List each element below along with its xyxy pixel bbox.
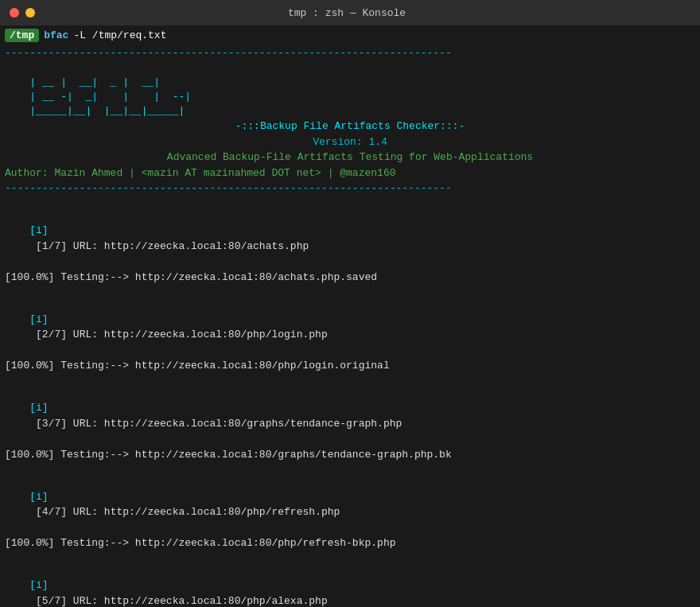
log-9: [i] [5/7] URL: http://zeecka.local:80/ph… xyxy=(5,562,695,607)
log-text-1: [1/7] URL: http://zeecka.local:80/achats… xyxy=(29,240,309,252)
tag-i-5: [i] xyxy=(29,402,48,414)
window-controls[interactable] xyxy=(10,8,35,18)
separator-bottom: ----------------------------------------… xyxy=(5,181,695,196)
tag-i-1: [i] xyxy=(29,224,48,236)
window-title: tmp : zsh — Konsole xyxy=(288,7,406,19)
tool-subtitle: -:::Backup File Artifacts Checker:::- xyxy=(5,119,695,134)
log-7: [i] [4/7] URL: http://zeecka.local:80/ph… xyxy=(5,473,695,535)
log-text-9: [5/7] URL: http://zeecka.local:80/php/al… xyxy=(29,595,327,607)
log-1: [i] [1/7] URL: http://zeecka.local:80/ac… xyxy=(5,208,695,270)
terminal-body: /tmp bfac -L /tmp/req.txt --------------… xyxy=(0,25,700,607)
prompt-args: -L /tmp/req.txt xyxy=(73,29,166,41)
tag-i-7: [i] xyxy=(29,491,48,503)
prompt-line: /tmp bfac -L /tmp/req.txt xyxy=(5,29,695,42)
log-2: [100.0%] Testing:--> http://zeecka.local… xyxy=(5,270,695,286)
separator-top: ----------------------------------------… xyxy=(5,45,695,61)
tool-advanced: Advanced Backup-File Artifacts Testing f… xyxy=(5,150,695,165)
prompt-cmd: bfac xyxy=(44,29,68,41)
prompt-dir: /tmp xyxy=(5,29,39,42)
log-4: [100.0%] Testing:--> http://zeecka.local… xyxy=(5,358,695,374)
tool-author: Author: Mazin Ahmed | <mazin AT mazinahm… xyxy=(5,165,695,181)
log-3: [i] [2/7] URL: http://zeecka.local:80/ph… xyxy=(5,296,695,358)
log-text-3: [2/7] URL: http://zeecka.local:80/php/lo… xyxy=(29,329,327,340)
tool-version: Version: 1.4 xyxy=(5,134,695,150)
title-bar: tmp : zsh — Konsole xyxy=(0,0,700,25)
dot-yellow-icon[interactable] xyxy=(25,8,35,18)
log-text-7: [4/7] URL: http://zeecka.local:80/php/re… xyxy=(29,506,340,518)
log-8: [100.0%] Testing:--> http://zeecka.local… xyxy=(5,535,695,551)
dot-red-icon[interactable] xyxy=(10,8,19,18)
tag-i-3: [i] xyxy=(29,313,48,325)
log-6: [100.0%] Testing:--> http://zeecka.local… xyxy=(5,447,695,463)
tag-i-9: [i] xyxy=(29,579,48,591)
log-5: [i] [3/7] URL: http://zeecka.local:80/gr… xyxy=(5,385,695,447)
ascii-art: | __ | __| _ | __| | __ -| _| | | --| |_… xyxy=(5,61,695,119)
log-text-5: [3/7] URL: http://zeecka.local:80/graphs… xyxy=(29,418,402,430)
